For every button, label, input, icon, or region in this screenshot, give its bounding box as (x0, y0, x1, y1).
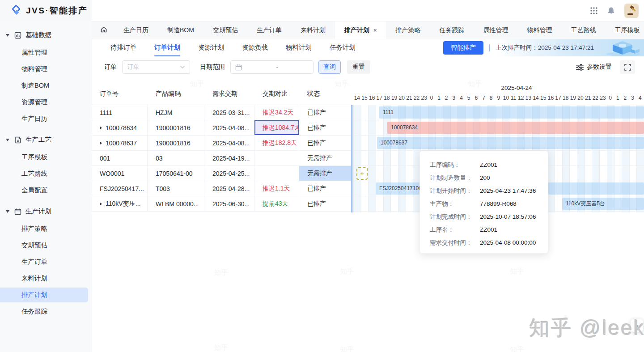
cell-due-date[interactable]: 2025-04-25... (204, 166, 254, 181)
subtab-资源负载[interactable]: 资源负载 (242, 39, 268, 56)
tab-交期预估[interactable]: 交期预估 (203, 21, 247, 39)
sidebar-item-交期预估[interactable]: 交期预估 (0, 238, 88, 253)
grid-menu-icon[interactable] (590, 7, 598, 15)
gantt-bar-100078637[interactable]: 100078637 (377, 137, 644, 149)
cell-product[interactable]: 03 (148, 151, 204, 165)
sidebar-group-head-基础数据[interactable]: 基础数据 (0, 27, 92, 43)
sidebar-item-全局配置[interactable]: 全局配置 (0, 183, 88, 198)
sidebar-item-任务跟踪[interactable]: 任务跟踪 (0, 304, 88, 319)
sidebar-item-工艺路线[interactable]: 工艺路线 (0, 166, 88, 181)
bell-icon[interactable] (607, 6, 615, 15)
tab-来料计划[interactable]: 来料计划 (291, 21, 335, 39)
params-settings-button[interactable]: 参数设置 (576, 63, 612, 71)
expand-arrow-icon[interactable] (100, 141, 102, 145)
expand-arrow-icon[interactable] (100, 202, 102, 206)
cell-order[interactable]: 1111 (92, 105, 148, 120)
tab-属性管理[interactable]: 属性管理 (474, 21, 517, 39)
cell-due-date[interactable]: 2025-04-19... (204, 151, 254, 165)
subtab-资源计划[interactable]: 资源计划 (198, 39, 224, 56)
cell-product[interactable]: WLBM 00000... (148, 196, 204, 211)
sidebar-item-工序模板[interactable]: 工序模板 (0, 150, 88, 165)
cell-product[interactable]: 17050641-00 (148, 166, 204, 181)
tab-工序模板[interactable]: 工序模板 (605, 21, 644, 39)
reset-button[interactable]: 重置 (347, 60, 370, 74)
tab-排产策略[interactable]: 排产策略 (386, 21, 430, 39)
cell-order[interactable]: 001 (92, 151, 148, 165)
tab-生产日历[interactable]: 生产日历 (114, 21, 158, 39)
gantt-bar-1111[interactable]: 1111 (379, 106, 644, 119)
sidebar-group-head-生产工艺[interactable]: 生产工艺 (0, 131, 92, 148)
table-gantt-splitter[interactable] (352, 105, 352, 212)
expand-arrow-icon[interactable] (100, 126, 102, 130)
tab-物料管理[interactable]: 物料管理 (517, 21, 561, 39)
cell-status[interactable]: 已排产 (299, 136, 351, 150)
cell-order[interactable]: FSJ20250417... (92, 181, 148, 196)
table-row[interactable]: 1111HZJM2025-03-31...推迟34.2天已排产 (92, 105, 351, 120)
gantt-add-task-box[interactable]: + (356, 167, 368, 180)
tab-close-icon[interactable]: × (373, 27, 377, 34)
cell-compare[interactable]: 提前43天 (254, 196, 299, 211)
subtab-订单计划[interactable]: 订单计划 (154, 39, 180, 56)
calendar-icon (235, 64, 242, 71)
cell-due-date[interactable]: 2025-04-28... (204, 181, 254, 196)
sidebar-group-head-生产计划[interactable]: 生产计划 (0, 203, 92, 220)
cell-order[interactable]: 100078634 (92, 120, 148, 135)
cell-status[interactable]: 无需排产 (299, 166, 351, 181)
table-row[interactable]: FSJ20250417...T0032025-04-28...推迟1.1天已排产 (92, 181, 351, 196)
table-row[interactable]: 10007863719000018162025-04-08...推迟182.8天… (92, 136, 351, 151)
cell-status[interactable]: 已排产 (299, 105, 351, 120)
sidebar-item-生产订单[interactable]: 生产订单 (0, 254, 88, 269)
cell-compare[interactable]: 推迟34.2天 (254, 105, 299, 120)
tab-home[interactable] (92, 21, 114, 39)
cell-compare[interactable] (254, 166, 299, 181)
cell-compare[interactable]: 推迟1084.7天 (254, 120, 299, 135)
cell-status[interactable]: 无需排产 (299, 151, 351, 165)
sidebar-item-生产日历[interactable]: 生产日历 (0, 111, 88, 126)
cell-order[interactable]: 100078637 (92, 136, 148, 150)
cell-status[interactable]: 已排产 (299, 181, 351, 196)
cell-product[interactable]: 1900001816 (148, 136, 204, 150)
sidebar-item-制造BOM[interactable]: 制造BOM (0, 78, 88, 93)
order-select[interactable]: 订单 (122, 60, 190, 74)
cell-due-date[interactable]: 2025-03-31... (204, 105, 254, 120)
sidebar-item-排产计划[interactable]: 排产计划 (0, 288, 88, 302)
search-button[interactable]: 查询 (318, 60, 341, 74)
user-avatar-gavel[interactable] (624, 4, 639, 18)
fullscreen-button[interactable] (620, 60, 635, 74)
tab-工艺路线[interactable]: 工艺路线 (561, 21, 605, 39)
cell-order[interactable]: 110kV变压... (92, 196, 148, 211)
subtab-物料计划[interactable]: 物料计划 (286, 39, 312, 56)
cell-order[interactable]: WO0001 (92, 166, 148, 181)
cell-due-date[interactable]: 2025-06-30... (204, 196, 254, 211)
cell-compare[interactable]: 推迟1.1天 (254, 181, 299, 196)
smart-schedule-button[interactable]: 智能排产 (443, 41, 483, 55)
sidebar-item-排产策略[interactable]: 排产策略 (0, 221, 88, 236)
sidebar-item-属性管理[interactable]: 属性管理 (0, 45, 88, 60)
table-row[interactable]: WO000117050641-002025-04-25...无需排产 (92, 166, 351, 181)
cell-status[interactable]: 已排产 (299, 196, 351, 211)
subtab-任务计划[interactable]: 任务计划 (330, 39, 356, 56)
table-row[interactable]: 001032025-04-19...无需排产 (92, 151, 351, 166)
table-row[interactable]: 110kV变压...WLBM 00000...2025-06-30...提前43… (92, 196, 351, 212)
cell-due-date[interactable]: 2025-04-08... (204, 136, 254, 150)
cell-compare[interactable] (254, 151, 299, 165)
sidebar-item-物料管理[interactable]: 物料管理 (0, 62, 88, 76)
cell-due-date[interactable]: 2025-04-08... (204, 120, 254, 135)
tab-制造BOM[interactable]: 制造BOM (158, 21, 203, 39)
cell-status[interactable]: 已排产 (299, 120, 351, 135)
table-row[interactable]: 10007863419000018162025-04-08...推迟1084.7… (92, 120, 351, 136)
subtab-待排订单[interactable]: 待排订单 (110, 39, 136, 56)
cell-product[interactable]: 1900001816 (148, 120, 204, 135)
sidebar-item-来料计划[interactable]: 来料计划 (0, 271, 88, 286)
sidebar-item-资源管理[interactable]: 资源管理 (0, 95, 88, 110)
tab-任务跟踪[interactable]: 任务跟踪 (430, 21, 474, 39)
tab-排产计划[interactable]: 排产计划× (335, 21, 386, 39)
cell-compare[interactable]: 推迟182.8天 (254, 136, 299, 150)
gantt-bar-110kV变压器5台[interactable]: 110kV变压器5台 (562, 198, 644, 210)
cell-product[interactable]: HZJM (148, 105, 204, 120)
cell-product[interactable]: T003 (148, 181, 204, 196)
tab-生产订单[interactable]: 生产订单 (247, 21, 291, 39)
hour-tick: 3 (629, 95, 636, 105)
gantt-bar-100078634[interactable]: 100078634 (387, 122, 644, 134)
date-range-input[interactable]: - (230, 60, 314, 74)
